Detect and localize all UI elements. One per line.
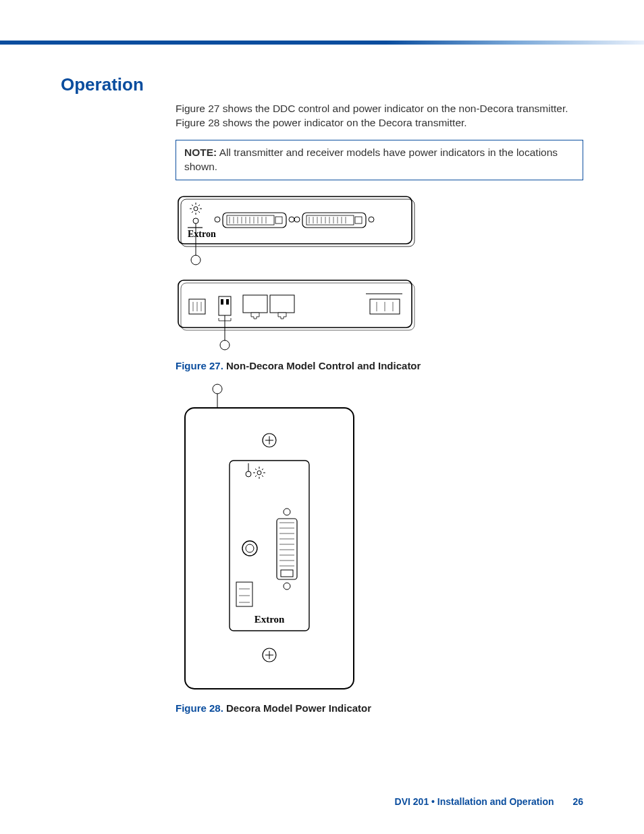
note-box: NOTE: All transmitter and receiver model… (176, 140, 583, 180)
note-text: All transmitter and receiver models have… (184, 147, 558, 172)
svg-rect-51 (219, 296, 231, 315)
svg-rect-55 (270, 295, 294, 313)
figure-28-label: Figure 28. (176, 702, 223, 714)
svg-point-74 (246, 471, 251, 477)
footer-text: DVI 201 • Installation and Operation (395, 796, 554, 807)
svg-rect-98 (281, 570, 293, 577)
figure-28-diagram: Extron (176, 380, 378, 697)
svg-rect-30 (306, 215, 354, 225)
svg-rect-26 (275, 217, 282, 224)
header-rule (0, 41, 644, 45)
figure-27-label: Figure 27. (176, 360, 223, 371)
brand-decora: Extron (254, 614, 285, 625)
figure-27-title: Non-Decora Model Control and Indicator (226, 360, 421, 371)
figure-28-title: Decora Model Power Indicator (226, 702, 371, 714)
figure-28-caption: Figure 28. Decora Model Power Indicator (176, 702, 583, 714)
svg-point-86 (246, 544, 254, 552)
figure-27-diagram: Extron (176, 192, 419, 355)
intro-paragraph: Figure 27 shows the DDC control and powe… (176, 102, 583, 130)
svg-rect-100 (236, 582, 252, 606)
svg-rect-52 (221, 299, 223, 305)
svg-point-63 (213, 384, 222, 394)
svg-rect-54 (243, 295, 267, 313)
section-heading: Operation (61, 74, 583, 95)
page-number: 26 (572, 796, 583, 807)
svg-rect-15 (227, 215, 274, 225)
svg-point-11 (193, 218, 198, 224)
page-footer: DVI 201 • Installation and Operation 26 (395, 796, 583, 807)
brand-top: Extron (188, 229, 216, 239)
figure-27-caption: Figure 27. Non-Decora Model Control and … (176, 360, 583, 371)
svg-point-44 (191, 255, 200, 265)
svg-rect-41 (355, 217, 362, 224)
svg-rect-53 (226, 299, 229, 305)
svg-point-62 (220, 340, 230, 350)
note-label: NOTE: (184, 147, 217, 158)
